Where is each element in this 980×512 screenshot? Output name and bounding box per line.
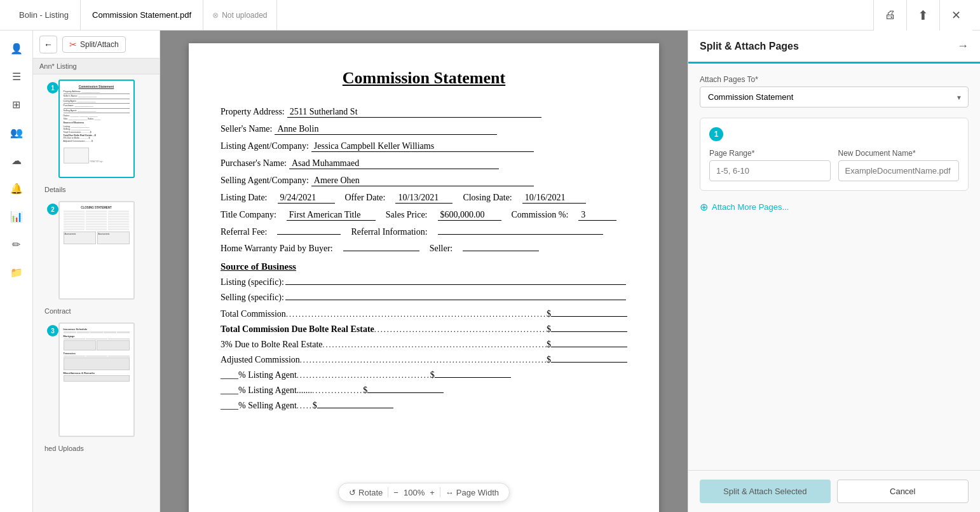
- listing-agent-pct1-label: ____% Listing Agent: [221, 370, 297, 380]
- thumbnail-page-3[interactable]: Insurance Schedule Mortgage: [38, 322, 154, 437]
- seller-name-row: Seller's Name: Anne Bolin: [221, 124, 627, 135]
- new-doc-label: New Document Name*: [838, 149, 960, 158]
- not-uploaded-status: ⊗ Not uploaded: [203, 0, 276, 30]
- sidebar-grid-btn[interactable]: ⊞: [4, 92, 29, 117]
- thumbnail-page-1[interactable]: Commission Statement Property Address: _…: [38, 80, 154, 178]
- adjusted-line: [551, 362, 627, 363]
- selling-agent-pct-dots: .....: [297, 401, 313, 411]
- tab-bolin-listing[interactable]: Bolin - Listing: [8, 0, 81, 30]
- seller-label: Seller:: [430, 244, 453, 254]
- tab-commission-label: Commission Statement.pdf: [92, 10, 191, 20]
- toolbar-divider-2: [440, 487, 440, 497]
- back-button[interactable]: ←: [39, 36, 57, 53]
- folder-icon: 📁: [10, 266, 23, 279]
- cancel-button[interactable]: Cancel: [837, 480, 969, 503]
- split-attach-icon: ✂: [69, 39, 77, 50]
- right-panel-header: Split & Attach Pages →: [688, 31, 980, 64]
- thumb-badge-1: 1: [47, 82, 58, 93]
- three-pct-dollar: $: [547, 340, 551, 350]
- adjusted-row: Adjusted Commission ....................…: [221, 355, 627, 365]
- rotate-button[interactable]: ↺ Rotate: [349, 488, 383, 497]
- page-width-icon: ↔: [446, 488, 454, 497]
- sidebar-cloud-btn[interactable]: ☁: [4, 148, 29, 173]
- page-width-button[interactable]: ↔ Page Width: [446, 488, 499, 497]
- split-attach-selected-button[interactable]: Split & Attach Selected: [700, 480, 831, 503]
- new-doc-field: New Document Name*: [838, 149, 960, 181]
- selling-agent-label: Selling Agent/Company:: [221, 176, 309, 186]
- document-viewer[interactable]: Commission Statement Property Address: 2…: [160, 31, 688, 512]
- sales-price-value: $600,000.00: [438, 210, 501, 221]
- selling-specific-row: Selling (specific):: [221, 293, 627, 303]
- three-pct-line: [551, 347, 627, 347]
- sidebar-users-btn[interactable]: 👥: [4, 120, 29, 145]
- page-range-fields: Page Range* New Document Name*: [709, 149, 959, 181]
- listing-specific-label: Listing (specific):: [221, 277, 284, 287]
- right-panel-close-button[interactable]: →: [957, 39, 969, 53]
- zoom-in-button[interactable]: +: [430, 488, 435, 497]
- referral-info-value: [438, 234, 603, 235]
- sidebar-chart-btn[interactable]: 📊: [4, 204, 29, 229]
- page-range-field: Page Range*: [709, 149, 831, 181]
- attach-pages-select[interactable]: Commission Statement: [700, 86, 969, 107]
- total-due-dots: ........................................…: [374, 325, 547, 335]
- sidebar-bell-btn[interactable]: 🔔: [4, 176, 29, 201]
- split-attach-button[interactable]: ✂ Split/Attach: [62, 36, 126, 53]
- upload-icon: ⬆: [918, 8, 929, 23]
- total-commission-dollar: $: [547, 309, 551, 319]
- selling-agent-pct-dollar: $: [313, 401, 317, 411]
- three-pct-row: 3% Due to Bolte Real Estate ............…: [221, 340, 627, 350]
- thumb-badge-2: 2: [47, 204, 58, 215]
- total-commission-label: Total Commission: [221, 309, 286, 319]
- listing-agent-pct2-line: [367, 392, 444, 393]
- thumb-img-1: Commission Statement Property Address: _…: [58, 80, 135, 178]
- page-range-number: 1: [709, 127, 723, 141]
- sidebar-person-btn[interactable]: 👤: [4, 36, 29, 61]
- referral-row: Referral Fee: Referral Information:: [221, 227, 627, 237]
- chart-icon: 📊: [10, 211, 23, 223]
- print-button[interactable]: 🖨: [873, 0, 906, 31]
- sidebar-list-btn[interactable]: ☰: [4, 64, 29, 89]
- viewer-toolbar: ↺ Rotate − 100% + ↔ Page Width: [338, 483, 510, 502]
- listing-date-value: 9/24/2021: [278, 193, 335, 204]
- listing-specific-fill: [285, 284, 626, 285]
- zoom-level-text: 100%: [404, 488, 425, 497]
- sidebar-edit-btn[interactable]: ✏: [4, 232, 29, 257]
- grid-icon: ⊞: [12, 99, 20, 111]
- selling-agent-pct-label: ____% Selling Agent: [221, 401, 297, 411]
- list-icon: ☰: [12, 71, 21, 83]
- thumbnail-list: Commission Statement Property Address: _…: [33, 74, 160, 512]
- listing-agent-pct1-dollar: $: [430, 370, 435, 380]
- not-uploaded-dot: ⊗: [212, 11, 219, 20]
- purchaser-name-label: Purchaser's Name:: [221, 158, 287, 169]
- zoom-out-button[interactable]: −: [393, 488, 398, 497]
- attach-more-icon: ⊕: [700, 201, 708, 213]
- rotate-icon: ↺: [349, 488, 356, 497]
- attach-more-label: Attach More Pages...: [712, 202, 789, 212]
- split-attach-label: Split/Attach: [80, 40, 119, 49]
- upload-button[interactable]: ⬆: [906, 0, 939, 31]
- thumb-img-2: CLOSING STATEMENT Assessments Assessment…: [58, 201, 135, 300]
- sidebar-folder-btn[interactable]: 📁: [4, 259, 29, 285]
- dates-row: Listing Date: 9/24/2021 Offer Date: 10/1…: [221, 193, 627, 204]
- icon-sidebar: 👤 ☰ ⊞ 👥 ☁ 🔔 📊 ✏ 📁: [0, 31, 33, 512]
- new-doc-input[interactable]: [838, 160, 960, 181]
- toolbar-divider-1: [388, 487, 388, 497]
- total-commission-line: [551, 316, 627, 317]
- close-button[interactable]: ✕: [939, 0, 972, 31]
- thumbnail-page-2[interactable]: CLOSING STATEMENT Assessments Assessment…: [38, 201, 154, 300]
- total-due-line: [551, 331, 627, 332]
- three-pct-dots: ........................................…: [323, 340, 547, 350]
- title-company-label: Title Company:: [221, 210, 276, 220]
- listing-agent-pct2-label: ____% Listing Agent.......: [221, 385, 312, 396]
- home-warranty-label: Home Warranty Paid by Buyer:: [221, 244, 333, 254]
- edit-icon: ✏: [12, 239, 20, 251]
- page-range-input[interactable]: [709, 160, 831, 181]
- property-address-row: Property Address: 2511 Sutherland St: [221, 107, 627, 118]
- attach-more-button[interactable]: ⊕ Attach More Pages...: [700, 201, 969, 213]
- attach-pages-label: Attach Pages To*: [700, 75, 969, 84]
- adjusted-dots: ........................................…: [300, 356, 547, 365]
- selling-specific-label: Selling (specific):: [221, 293, 284, 303]
- tab-commission-pdf[interactable]: Commission Statement.pdf: [81, 0, 203, 30]
- topbar: Bolin - Listing Commission Statement.pdf…: [0, 0, 980, 31]
- plus-icon: +: [430, 488, 435, 497]
